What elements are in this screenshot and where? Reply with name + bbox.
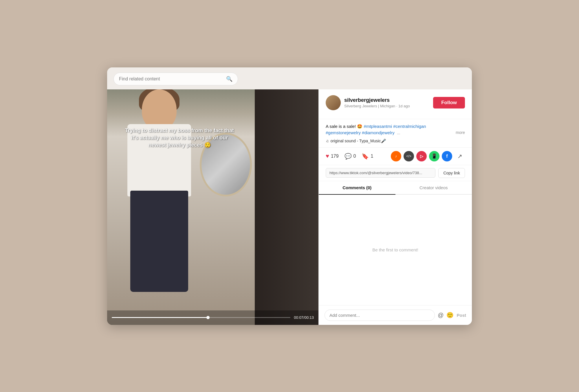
bookmark-icon: 🔖 [362,153,369,160]
share-embed-button[interactable]: </> [404,151,414,161]
music-icon: ♫ [326,139,329,143]
caption-ellipsis: ... [397,130,400,135]
sound-text[interactable]: original sound - Typa_Music🎤 [331,139,386,143]
avatar [326,95,341,110]
tiktok-icon: ♪ [395,154,397,158]
share-whatsapp-button[interactable]: 📱 [429,151,439,161]
creator-subtext: Silverberg Jewelers | Michigan · 1d ago [344,104,410,108]
caption-section: A sale is a sale! 🤩 #mtpleasantmi #centr… [319,119,472,148]
likes-count: 179 [331,154,339,159]
share-facebook-button[interactable]: f [442,151,452,161]
actions-row: ♥ 179 💬 0 🔖 1 ♪ </> [319,148,472,165]
creator-username: silverbergjewelers [344,97,410,103]
comments-area: Be the first to comment! [319,195,472,305]
search-icon[interactable]: 🔍 [226,76,232,82]
tab-creator-videos[interactable]: Creator videos [395,181,472,194]
emoji-icon[interactable]: 🙂 [446,312,454,319]
search-bar: 🔍 [107,67,472,89]
video-text-overlay: Trying to distract my boss from the fact… [122,127,237,149]
comment-input[interactable] [325,310,435,321]
facebook-icon: f [446,154,448,159]
code-icon: </> [406,154,411,158]
right-panel: silverbergjewelers Silverberg Jewelers |… [318,89,472,325]
tab-comments[interactable]: Comments (0) [319,181,395,194]
bookmarks-count: 1 [371,154,373,159]
hashtag-3[interactable]: #gemstonejewelry [326,130,361,135]
comment-icon: 💬 [345,153,352,160]
mention-icon[interactable]: @ [438,312,444,319]
share-more-button[interactable]: ↗ [455,151,465,161]
hashtag-1[interactable]: #mtpleasantmi [364,124,392,129]
video-background: Trying to distract my boss from the fact… [107,89,318,325]
person-pants [130,191,188,292]
follow-button[interactable]: Follow [433,97,465,108]
share-icons: ♪ </> ▷ 📱 f ↗ [391,151,465,161]
share-arrow-icon: ↗ [457,153,462,160]
link-display: https://www.tiktok.com/@silverbergjewele… [326,168,435,178]
video-progress-bar[interactable]: 00:07/00:13 [107,310,318,325]
hashtag-4[interactable]: #diamondjewelry [362,130,395,135]
progress-thumb [206,316,210,319]
search-input-wrap: 🔍 [113,73,238,85]
avatar-inner [326,95,341,110]
progress-time: 00:07/00:13 [294,315,314,320]
person-head [142,89,177,130]
no-comments-message: Be the first to comment! [372,247,418,252]
share-tiktok-button[interactable]: ♪ [391,151,401,161]
progress-track[interactable] [112,317,290,318]
sound-row: ♫ original sound - Typa_Music🎤 [326,139,465,143]
link-row: https://www.tiktok.com/@silverbergjewele… [319,165,472,181]
hashtag-2[interactable]: #centralmichigan [393,124,426,129]
comment-button[interactable]: 💬 0 [345,153,356,160]
search-input[interactable] [119,76,223,82]
app-container: 🔍 Trying to dist [107,67,472,325]
copy-link-button[interactable]: Copy link [438,168,465,178]
creator-info-row: silverbergjewelers Silverberg Jewelers |… [326,95,465,110]
creator-left: silverbergjewelers Silverberg Jewelers |… [326,95,410,110]
heart-icon: ♥ [326,153,329,159]
comments-count: 0 [353,154,356,159]
bookmark-button[interactable]: 🔖 1 [362,153,373,160]
post-button[interactable]: Post [457,313,466,318]
tabs-row: Comments (0) Creator videos [319,181,472,195]
video-left-area [107,89,255,325]
video-panel[interactable]: Trying to distract my boss from the fact… [107,89,318,325]
like-button[interactable]: ♥ 179 [326,153,339,159]
caption-text: A sale is a sale! 🤩 #mtpleasantmi #centr… [326,123,465,136]
whatsapp-icon: 📱 [431,153,437,159]
pocket-icon: ▷ [420,154,423,159]
creator-header: silverbergjewelers Silverberg Jewelers |… [319,89,472,119]
comment-input-row: @ 🙂 Post [319,305,472,325]
caption-more-button[interactable]: more [456,130,465,136]
main-content: Trying to distract my boss from the fact… [107,89,472,325]
creator-text: silverbergjewelers Silverberg Jewelers |… [344,97,410,108]
share-pocket-button[interactable]: ▷ [416,151,427,161]
video-right-area [255,89,318,325]
progress-fill [112,317,208,318]
